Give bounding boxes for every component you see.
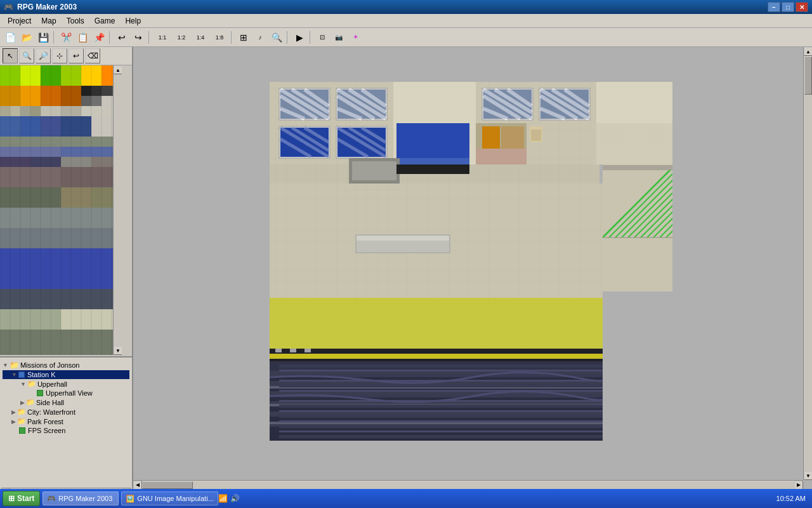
map-edit-button[interactable]: ⊞ <box>236 30 251 45</box>
canvas-hscroll-track <box>142 481 794 489</box>
tree-scroll[interactable]: ▼ 📁 Missions of Jonson ▼ Station K ▼ 📁 U… <box>1 359 131 488</box>
city-icon: 📁 <box>17 408 26 416</box>
gimp-icon: 🖼️ <box>126 495 134 503</box>
tree-city-waterfront[interactable]: ▶ 📁 City: Waterfront <box>3 407 129 417</box>
play-button[interactable]: ▶ <box>292 30 307 45</box>
fullscreen-button[interactable]: ⊡ <box>315 30 330 45</box>
canvas-hscroll[interactable]: ◀ ▶ <box>133 480 803 489</box>
menu-map[interactable]: Map <box>36 15 61 27</box>
menu-game[interactable]: Game <box>89 15 121 27</box>
tree-side-hall[interactable]: ▶ 📁 Side Hall <box>3 398 129 407</box>
tileset-area[interactable]: ▲ ▼ <box>0 65 132 358</box>
start-button[interactable]: ⊞ Start <box>3 491 40 506</box>
root-label: Missions of Jonson <box>20 361 80 369</box>
toolbar1: 📄 📂 💾 ✂️ 📋 📌 ↩ ↪ 1:1 1:2 1:4 1:8 ⊞ ♪ 🔍 ▶… <box>0 28 812 47</box>
park-icon: 📁 <box>17 417 26 425</box>
screenshot-button[interactable]: 📷 <box>331 30 346 45</box>
side-hall-icon: 📁 <box>26 398 35 406</box>
scale-1-1[interactable]: 1:1 <box>154 30 171 45</box>
redo-button[interactable]: ↪ <box>131 30 146 45</box>
left-toolbar: ↖ 🔍 🔎 ⊹ ↩ ⌫ <box>0 47 132 65</box>
zoom-out-tool[interactable]: 🔎 <box>36 48 51 64</box>
undo-button[interactable]: ↩ <box>114 30 129 45</box>
titlebar-left: 🎮 RPG Maker 2003 <box>4 3 77 11</box>
erase-tool[interactable]: ⌫ <box>85 48 100 64</box>
upperhall-expand: ▼ <box>20 381 26 387</box>
canvas-vscroll[interactable]: ▲ ▼ <box>803 47 812 480</box>
canvas-area[interactable]: ▲ ▼ ◀ ▶ <box>133 47 812 489</box>
start-windows-icon: ⊞ <box>8 494 15 503</box>
canvas-hscroll-left[interactable]: ◀ <box>133 481 142 490</box>
volume-icon: 🔊 <box>230 494 240 503</box>
menu-tools[interactable]: Tools <box>62 15 89 27</box>
canvas-scroll[interactable]: ▲ ▼ ◀ ▶ <box>133 47 812 489</box>
taskbar: ⊞ Start 🎮 RPG Maker 2003 🖼️ GNU Image Ma… <box>0 489 812 508</box>
app-icon: 🎮 <box>4 3 13 11</box>
minimize-button[interactable]: − <box>768 2 780 12</box>
station-k-expand: ▼ <box>11 371 17 378</box>
canvas-vscroll-track <box>804 56 812 471</box>
vscroll-down[interactable]: ▼ <box>114 346 122 355</box>
sep5 <box>287 31 289 44</box>
maximize-button[interactable]: □ <box>782 2 794 12</box>
canvas-vscroll-thumb <box>804 57 812 95</box>
upperhall-view-label: Upperhall View <box>46 389 93 397</box>
tileset-svg <box>0 65 122 355</box>
tree-fps-screen[interactable]: FPS Screen <box>3 426 129 435</box>
scale-1-8[interactable]: 1:8 <box>211 30 228 45</box>
undo-tool[interactable]: ↩ <box>69 48 84 64</box>
root-expand: ▼ <box>3 362 8 368</box>
map-canvas[interactable] <box>133 47 672 453</box>
side-hall-label: Side Hall <box>36 399 64 406</box>
taskbar-gimp[interactable]: 🖼️ GNU Image Manipulati... <box>121 491 218 505</box>
new-button[interactable]: 📄 <box>3 30 18 45</box>
sep1 <box>53 31 56 44</box>
svg-rect-12 <box>102 86 112 96</box>
save-button[interactable]: 💾 <box>36 30 51 45</box>
tileset-vscroll[interactable]: ▲ ▼ <box>113 65 122 355</box>
root-folder-icon: 📁 <box>10 361 19 370</box>
events-button[interactable]: ♪ <box>252 30 268 45</box>
svg-rect-11 <box>91 86 102 96</box>
taskbar-rpgmaker[interactable]: 🎮 RPG Maker 2003 <box>43 491 119 505</box>
pointer-tool[interactable]: ↖ <box>3 48 18 64</box>
erase-button[interactable]: ✦ <box>348 30 363 45</box>
vscroll-up[interactable]: ▲ <box>114 65 122 74</box>
search-button[interactable]: 🔍 <box>269 30 284 45</box>
measure-tool[interactable]: ⊹ <box>52 48 67 64</box>
sep3 <box>148 31 151 44</box>
systray: 📶 🔊 <box>218 494 245 503</box>
copy-button[interactable]: 📋 <box>75 30 90 45</box>
titlebar-controls: − □ ✕ <box>768 2 808 12</box>
tree-upperhall[interactable]: ▼ 📁 Upperhall <box>3 379 129 389</box>
clock-time: 10:52 AM <box>776 495 806 502</box>
tree-upperhall-view[interactable]: Upperhall View <box>3 389 129 398</box>
upperhall-view-icon <box>37 390 43 396</box>
scale-1-2[interactable]: 1:2 <box>173 30 190 45</box>
close-button[interactable]: ✕ <box>796 2 808 12</box>
open-button[interactable]: 📂 <box>19 30 34 45</box>
cut-button[interactable]: ✂️ <box>58 30 74 45</box>
menu-help[interactable]: Help <box>120 15 146 27</box>
sep6 <box>310 31 312 44</box>
canvas-vscroll-down[interactable]: ▼ <box>804 471 812 480</box>
svg-rect-27 <box>61 116 91 137</box>
svg-rect-31 <box>0 157 30 167</box>
svg-rect-17 <box>0 106 10 116</box>
sep4 <box>231 31 233 44</box>
start-label: Start <box>17 494 34 503</box>
scale-1-4[interactable]: 1:4 <box>192 30 209 45</box>
main-area: ↖ 🔍 🔎 ⊹ ↩ ⌫ <box>0 47 812 489</box>
menu-project[interactable]: Project <box>3 15 36 27</box>
svg-rect-15 <box>91 96 102 106</box>
zoom-in-tool[interactable]: 🔍 <box>19 48 34 64</box>
tree-park-forest[interactable]: ▶ 📁 Park Forest <box>3 417 129 426</box>
vscroll-track <box>114 74 122 346</box>
canvas-hscroll-right[interactable]: ▶ <box>794 481 803 490</box>
map-tree: ▼ 📁 Missions of Jonson ▼ Station K ▼ 📁 U… <box>0 358 132 489</box>
paste-button[interactable]: 📌 <box>91 30 107 45</box>
network-icon: 📶 <box>218 494 228 503</box>
canvas-vscroll-up[interactable]: ▲ <box>804 47 812 56</box>
tree-station-k[interactable]: ▼ Station K <box>3 370 129 379</box>
tree-root[interactable]: ▼ 📁 Missions of Jonson <box>3 360 129 370</box>
